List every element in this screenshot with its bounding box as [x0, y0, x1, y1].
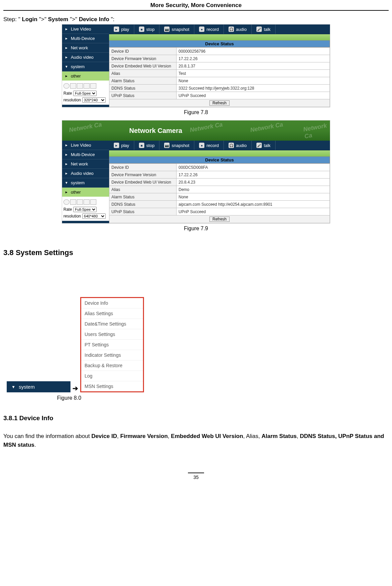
menu-item-log[interactable]: Log: [81, 371, 143, 381]
layout-radio-icon[interactable]: [63, 199, 69, 205]
main-pane-7-8: ►play■stop📷snapshot●record🎧audio🎤talk De…: [109, 25, 330, 107]
sidebar-item-audio-video[interactable]: ►Audio video: [62, 169, 109, 178]
stop-button[interactable]: ■stop: [134, 141, 160, 150]
sidebar-item-live-video[interactable]: ►Live Video: [62, 25, 109, 34]
status-key: Alarm Status: [109, 193, 177, 201]
resolution-label: resolution: [63, 98, 81, 102]
layout-radio-icon[interactable]: [63, 83, 69, 89]
breadcrumb-sep2: ">": [70, 16, 77, 22]
chevron-icon: ▼: [65, 65, 68, 68]
layout-option-2[interactable]: [77, 83, 83, 89]
record-button[interactable]: ●record: [194, 141, 224, 150]
sidebar-item-multi-device[interactable]: ►Multi-Device: [62, 150, 109, 159]
layout-option-2[interactable]: [77, 199, 83, 205]
play-button[interactable]: ►play: [109, 25, 134, 34]
snapshot-button[interactable]: 📷snapshot: [159, 141, 194, 150]
audio-button[interactable]: 🎧audio: [224, 141, 252, 150]
layout-option-4[interactable]: [90, 83, 96, 89]
system-expand-button[interactable]: ▼ system: [7, 381, 70, 392]
resolution-select[interactable]: 320*240: [82, 97, 106, 103]
status-key: Device Firmware Version: [109, 55, 177, 62]
view-layout-bar[interactable]: [63, 82, 108, 90]
toolbar-label: talk: [264, 27, 271, 32]
sidebar-item-label: other: [71, 190, 81, 195]
device-info-paragraph: You can find the information about Devic…: [3, 432, 389, 449]
sidebar-controls: Rate Full-Speed resolution 640*480: [62, 197, 109, 221]
refresh-button[interactable]: Refresh: [209, 100, 230, 106]
arrow-icon: ➔: [72, 384, 78, 392]
sidebar-item-net-work[interactable]: ►Net work: [62, 159, 109, 169]
sidebar-item-other[interactable]: ►other: [62, 71, 109, 81]
snapshot-button[interactable]: 📷snapshot: [159, 25, 194, 34]
sidebar-item-multi-device[interactable]: ►Multi-Device: [62, 34, 109, 43]
table-row: DDNS Status3322 Succeed http://jerryjwb.…: [109, 85, 330, 92]
status-key: Alarm Status: [109, 77, 177, 85]
menu-item-date-time-settings[interactable]: Date&Time Settings: [81, 319, 143, 329]
sidebar-item-system[interactable]: ▼system: [62, 178, 109, 188]
status-key: Device Embeded Web UI Version: [109, 179, 177, 186]
record-button[interactable]: ●record: [194, 25, 224, 34]
sidebar-item-label: system: [71, 64, 85, 69]
layout-option-3[interactable]: [84, 199, 90, 205]
layout-option-1[interactable]: [70, 199, 76, 205]
para-device-id: Device ID: [91, 433, 117, 439]
layout-option-4[interactable]: [90, 199, 96, 205]
status-key: Alias: [109, 186, 177, 193]
device-status-table: Device ID000DC5D008FADevice Firmware Ver…: [109, 163, 330, 223]
menu-item-backup-restore[interactable]: Backup & Restore: [81, 360, 143, 371]
sub-banner: [109, 34, 330, 40]
talk-button[interactable]: 🎤talk: [252, 141, 276, 150]
rate-select[interactable]: Full-Speed: [73, 207, 97, 212]
layout-option-3[interactable]: [84, 83, 90, 89]
menu-item-pt-settings[interactable]: PT Settings: [81, 340, 143, 350]
figure-7-9-caption: Figure 7.9: [3, 226, 389, 232]
toolbar-label: snapshot: [172, 143, 189, 148]
chevron-icon: ►: [65, 55, 68, 59]
layout-option-1[interactable]: [70, 83, 76, 89]
para-c3: , Alias,: [243, 433, 261, 439]
table-row: AliasDemo: [109, 186, 330, 193]
menu-item-users-settings[interactable]: Users Settings: [81, 329, 143, 340]
status-key: Device Embeded Web UI Version: [109, 62, 177, 70]
menu-item-device-info[interactable]: Device Info: [81, 298, 143, 308]
chevron-icon: ►: [65, 162, 68, 166]
device-status-header: Device Status: [109, 156, 330, 163]
device-status-table: Device ID000000256796Device Firmware Ver…: [109, 47, 330, 107]
status-key: Device Firmware Version: [109, 171, 177, 179]
sidebar-item-label: Live Video: [71, 27, 91, 32]
section-3-8-title: 3.8 System Settings: [3, 248, 389, 257]
rate-select[interactable]: Full-Speed: [73, 91, 97, 96]
sidebar-item-net-work[interactable]: ►Net work: [62, 43, 109, 53]
table-row: Alarm StatusNone: [109, 77, 330, 85]
status-key: UPnP Status: [109, 92, 177, 99]
menu-item-msn-settings[interactable]: MSN Settings: [81, 381, 143, 391]
device-status-header: Device Status: [109, 40, 330, 47]
system-button-label: system: [19, 384, 35, 390]
menu-item-indicator-settings[interactable]: Indicator Settings: [81, 350, 143, 360]
status-key: Device ID: [109, 164, 177, 171]
talk-button[interactable]: 🎤talk: [252, 25, 276, 34]
sidebar-item-other[interactable]: ►other: [62, 188, 109, 197]
status-value: None: [177, 77, 330, 85]
menu-item-alias-settings[interactable]: Alias Settings: [81, 308, 143, 319]
audio-button[interactable]: 🎧audio: [224, 25, 252, 34]
watermark-4: Network Ca: [303, 122, 330, 140]
sidebar-item-live-video[interactable]: ►Live Video: [62, 141, 109, 150]
figure-7-8-caption: Figure 7.8: [3, 109, 389, 115]
status-value: 20.8.1.37: [177, 62, 330, 70]
resolution-select[interactable]: 640*480: [82, 213, 106, 219]
talk-button-icon: 🎤: [256, 143, 262, 148]
view-layout-bar[interactable]: [63, 198, 108, 206]
rate-label: Rate: [63, 207, 72, 212]
table-row: Device Embeded Web UI Version20.8.1.37: [109, 62, 330, 70]
sidebar-item-system[interactable]: ▼system: [62, 62, 109, 71]
sidebar-item-audio-video[interactable]: ►Audio video: [62, 53, 109, 62]
watermark-2: Network Ca: [189, 121, 223, 134]
stop-button[interactable]: ■stop: [134, 25, 160, 34]
chevron-icon: ▼: [65, 181, 68, 185]
breadcrumb-suffix: ":: [111, 16, 114, 22]
play-button[interactable]: ►play: [109, 141, 134, 150]
chevron-icon: ►: [65, 37, 68, 40]
refresh-button[interactable]: Refresh: [209, 216, 230, 222]
table-row: Device Firmware Version17.22.2.26: [109, 171, 330, 179]
